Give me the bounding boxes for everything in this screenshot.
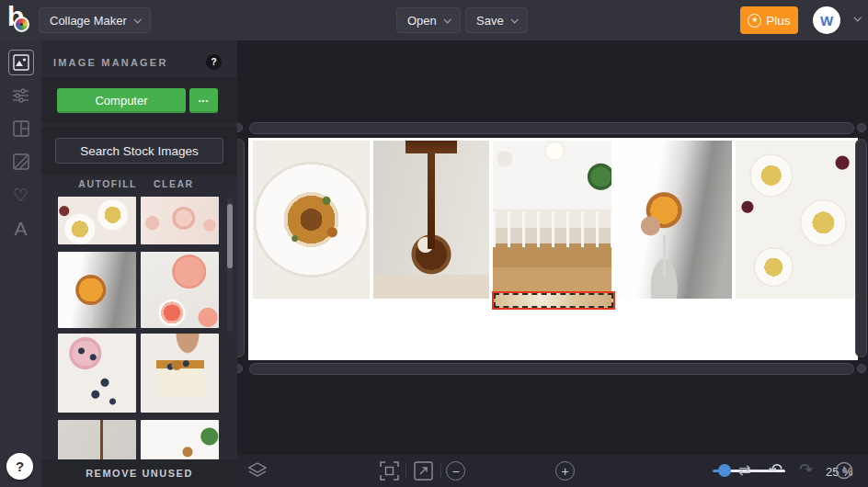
chevron-down-icon [510, 16, 518, 23]
compare-arrows-icon: ⇄ [738, 463, 750, 478]
help-question-icon: ? [16, 459, 24, 474]
panel-title: IMAGE MANAGER [53, 57, 168, 68]
history-button[interactable] [835, 461, 853, 480]
collage-cell-pasta-plates[interactable] [736, 141, 854, 299]
autofill-clear-row: AUTOFILL CLEAR [41, 178, 231, 189]
text-tool-icon: A [14, 219, 27, 238]
undo-button[interactable]: ↶ [769, 461, 782, 478]
tool-sidebar: ♡ A [0, 40, 41, 487]
color-wheel-icon [14, 17, 29, 32]
plus-icon: + [561, 465, 568, 478]
open-label: Open [407, 14, 437, 28]
save-button[interactable]: Save [465, 7, 528, 33]
ruler-corner-bottom-right [857, 364, 866, 373]
collage-cell-cocktail[interactable] [619, 141, 732, 299]
horizontal-scrollbar-bottom[interactable] [249, 363, 854, 375]
sidebar-item-edit[interactable] [0, 79, 41, 112]
ellipsis-icon: ••• [199, 96, 209, 105]
background-swatch-icon [13, 153, 29, 170]
vertical-scrollbar-right[interactable] [855, 139, 867, 357]
autofill-link[interactable]: AUTOFILL [78, 178, 137, 189]
sidebar-item-layouts[interactable] [0, 112, 41, 145]
thumbnail-scrollbar-thumb[interactable] [227, 204, 233, 268]
collage-cell-chocolate-pour[interactable] [373, 141, 489, 299]
search-stock-label: Search Stock Images [80, 144, 198, 158]
fit-to-screen-icon [380, 461, 399, 481]
question-icon: ? [211, 57, 216, 67]
sidebar-item-text[interactable]: A [0, 211, 41, 244]
thumbnail-blueberry-cake[interactable] [141, 334, 219, 413]
remove-unused-label: REMOVE UNUSED [86, 468, 193, 479]
thumbnail-orange-cocktail[interactable] [58, 252, 136, 328]
befunky-logo[interactable]: b [7, 3, 39, 38]
fullscreen-icon [414, 461, 433, 481]
redo-icon: ↷ [799, 461, 813, 478]
sliders-icon [12, 87, 29, 104]
thumbnail-pink-drinks[interactable] [141, 197, 219, 244]
layers-button[interactable] [247, 462, 268, 480]
image-icon [13, 54, 29, 71]
ruler-corner-top-right [857, 123, 866, 132]
more-sources-button[interactable]: ••• [189, 88, 218, 113]
sidebar-item-graphics[interactable]: ♡ [0, 178, 41, 211]
zoom-slider-knob[interactable] [718, 464, 731, 477]
app-switcher-button[interactable]: Collage Maker [39, 7, 151, 33]
account-chevron-down-icon[interactable] [853, 14, 861, 21]
before-after-button[interactable]: ⇄ [738, 463, 750, 478]
upgrade-plus-button[interactable]: ★ Plus [740, 6, 798, 34]
plus-label: Plus [766, 14, 790, 28]
zoom-out-button[interactable]: − [446, 461, 465, 481]
collage-cell-restaurant[interactable] [493, 141, 611, 291]
thumbnail-blueberry-dessert[interactable] [58, 334, 136, 413]
sidebar-item-background[interactable] [0, 145, 41, 178]
history-clock-icon [835, 461, 853, 480]
computer-label: Computer [95, 94, 147, 108]
collage-cell-plated-dish[interactable] [253, 141, 370, 299]
help-button[interactable]: ? [6, 453, 33, 480]
toolbar-divider [405, 464, 406, 478]
user-avatar[interactable]: W [813, 6, 840, 34]
save-label: Save [476, 14, 504, 28]
image-manager-panel: IMAGE MANAGER ? Computer ••• Search Stoc… [41, 40, 237, 487]
fit-to-screen-button[interactable] [380, 461, 399, 481]
minus-icon: − [451, 465, 459, 478]
chevron-down-icon [133, 16, 141, 23]
clear-link[interactable]: CLEAR [154, 178, 194, 189]
selected-collage-cell[interactable] [492, 291, 615, 310]
top-bar: b Collage Maker Open Save ★ Plus W [0, 0, 868, 40]
bottom-toolbar: − + 25 % ⇄ ↶ ↷ [237, 455, 868, 487]
layout-grid-icon [13, 120, 29, 137]
redo-button[interactable]: ↷ [799, 461, 813, 478]
app-switcher-label: Collage Maker [50, 14, 127, 28]
zoom-in-button[interactable]: + [555, 461, 575, 481]
chevron-down-icon [443, 16, 451, 23]
avatar-initial: W [820, 13, 833, 28]
thumbnail-pasta-plates[interactable] [58, 197, 136, 244]
fullscreen-button[interactable] [414, 461, 433, 481]
active-tool-highlight [8, 50, 34, 75]
collage-maker-app: b Collage Maker Open Save ★ Plus W [0, 0, 868, 487]
undo-icon: ↶ [769, 461, 782, 478]
heart-icon: ♡ [13, 187, 29, 204]
horizontal-scrollbar-top[interactable] [249, 122, 854, 134]
computer-upload-button[interactable]: Computer [57, 88, 186, 113]
layers-icon [247, 462, 268, 480]
thumbnail-grapefruit-cocktail[interactable] [141, 252, 219, 328]
remove-unused-button[interactable]: REMOVE UNUSED [41, 459, 237, 487]
panel-help-button[interactable]: ? [206, 54, 222, 70]
open-button[interactable]: Open [396, 7, 461, 33]
toolbar-divider [440, 464, 441, 478]
sidebar-item-image-manager[interactable] [0, 46, 41, 79]
search-stock-images-button[interactable]: Search Stock Images [55, 138, 223, 164]
selection-marching-ants [494, 293, 613, 308]
star-icon: ★ [748, 14, 761, 28]
